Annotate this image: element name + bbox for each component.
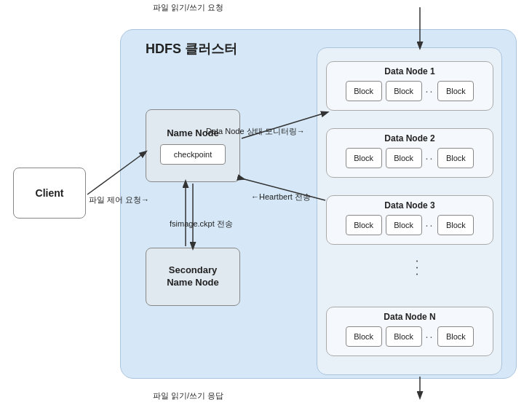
secondary-name-node-box: SecondaryName Node (146, 248, 240, 306)
data-node-1: Data Node 1 Block Block ·· Block (326, 61, 493, 111)
data-node-n: Data Node N Block Block ·· Block (326, 307, 493, 356)
dn1-blocks-row: Block Block ·· Block (333, 81, 487, 101)
secondary-nn-label: SecondaryName Node (167, 264, 219, 289)
data-node-3: Data Node 3 Block Block ·· Block (326, 195, 493, 245)
dn4-blocks-row: Block Block ·· Block (333, 326, 487, 347)
dn4-title: Data Node N (333, 312, 487, 322)
dn2-title: Data Node 2 (333, 133, 487, 143)
dn1-block-2: Block (386, 81, 422, 101)
label-dn-monitoring: Data Node 상태 모니터링→ (206, 126, 305, 137)
dn1-block-1: Block (346, 81, 382, 101)
dn3-block-1: Block (346, 215, 382, 235)
label-heartbeat: ←Heartbert 전송 (251, 192, 311, 202)
hdfs-cluster-label: HDFS 클러스터 (146, 40, 237, 58)
dn2-block-3: Block (437, 148, 474, 168)
dn1-title: Data Node 1 (333, 66, 487, 76)
dn2-block-1: Block (346, 148, 382, 168)
dn4-dots: ·· (426, 331, 434, 342)
dn1-block-3: Block (437, 81, 474, 101)
label-file-read-write-req: 파일 읽기/쓰기 요청 (153, 2, 223, 13)
label-file-control-req: 파일 제어 요청→ (89, 194, 149, 205)
dn2-block-2: Block (386, 148, 422, 168)
client-label: Client (36, 187, 64, 199)
dn3-title: Data Node 3 (333, 200, 487, 211)
vertical-dots: ··· (410, 259, 425, 279)
name-node-box: Name Node checkpoint (146, 109, 240, 182)
label-file-read-write-resp: 파일 읽기/쓰기 응답 (153, 390, 223, 401)
dn3-block-2: Block (386, 215, 422, 235)
data-nodes-area: Data Node 1 Block Block ·· Block Data No… (317, 47, 502, 375)
dn3-block-3: Block (437, 215, 474, 235)
dn2-blocks-row: Block Block ·· Block (333, 148, 487, 168)
dn4-block-3: Block (437, 326, 474, 347)
diagram-container: HDFS 클러스터 Data Node 1 Block Block ·· Blo… (0, 0, 532, 405)
dn3-dots: ·· (426, 219, 434, 231)
dn3-blocks-row: Block Block ·· Block (333, 215, 487, 235)
label-fsimage: fsimage.ckpt 전송 (170, 219, 233, 229)
client-box: Client (13, 168, 86, 219)
dn2-dots: ·· (426, 152, 434, 164)
checkpoint-box: checkpoint (160, 144, 226, 165)
data-node-2: Data Node 2 Block Block ·· Block (326, 128, 493, 178)
dn4-block-1: Block (346, 326, 382, 347)
dn4-block-2: Block (386, 326, 422, 347)
dn1-dots: ·· (426, 85, 434, 97)
